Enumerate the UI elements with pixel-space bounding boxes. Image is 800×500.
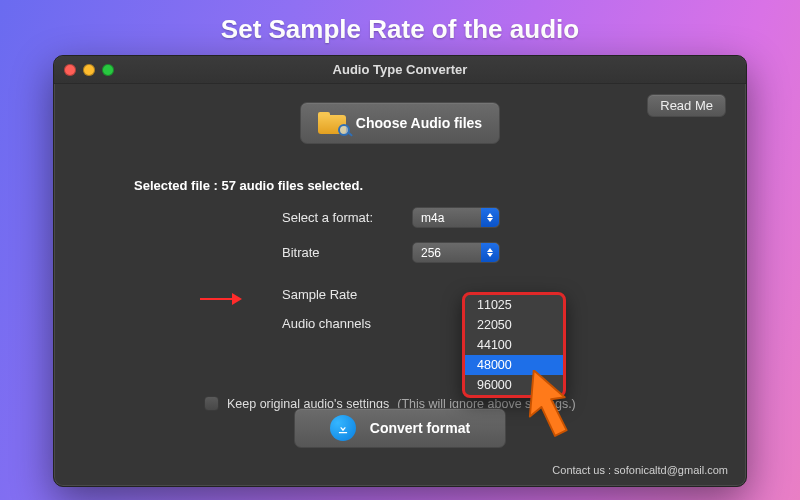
titlebar: Audio Type Converter — [54, 56, 746, 84]
chevrons-icon — [481, 208, 499, 227]
bitrate-row: Bitrate 256 — [282, 242, 716, 263]
bitrate-select[interactable]: 256 — [412, 242, 500, 263]
sample-rate-dropdown[interactable]: 11025 22050 44100 48000 96000 — [462, 292, 566, 398]
selected-status: Selected file : 57 audio files selected. — [84, 178, 716, 193]
sample-rate-option[interactable]: 44100 — [465, 335, 563, 355]
format-label: Select a format: — [282, 210, 394, 225]
window-title: Audio Type Converter — [54, 62, 746, 77]
page-tagline: Set Sample Rate of the audio — [221, 14, 579, 45]
download-icon — [330, 415, 356, 441]
window-body: Read Me Choose Audio files Selected file… — [54, 84, 746, 486]
chevrons-icon — [481, 243, 499, 262]
app-window: Audio Type Converter Read Me Choose Audi… — [53, 55, 747, 487]
close-icon[interactable] — [64, 64, 76, 76]
folder-search-icon — [318, 112, 346, 134]
window-controls — [54, 64, 114, 76]
sample-rate-option[interactable]: 11025 — [465, 295, 563, 315]
sample-rate-option[interactable]: 96000 — [465, 375, 563, 395]
sample-rate-option-selected[interactable]: 48000 — [465, 355, 563, 375]
choose-files-label: Choose Audio files — [356, 115, 482, 131]
readme-button[interactable]: Read Me — [647, 94, 726, 117]
convert-button[interactable]: Convert format — [294, 408, 506, 448]
format-value: m4a — [421, 211, 444, 225]
sample-rate-label: Sample Rate — [282, 287, 394, 302]
convert-label: Convert format — [370, 420, 470, 436]
minimize-icon[interactable] — [83, 64, 95, 76]
channels-label: Audio channels — [282, 316, 394, 331]
choose-files-button[interactable]: Choose Audio files — [300, 102, 500, 144]
zoom-icon[interactable] — [102, 64, 114, 76]
keep-original-checkbox[interactable] — [204, 396, 219, 411]
bitrate-label: Bitrate — [282, 245, 394, 260]
bitrate-value: 256 — [421, 246, 441, 260]
callout-arrow-icon — [200, 298, 240, 300]
sample-rate-option[interactable]: 22050 — [465, 315, 563, 335]
format-select[interactable]: m4a — [412, 207, 500, 228]
contact-text: Contact us : sofonicaltd@gmail.com — [552, 464, 728, 476]
format-row: Select a format: m4a — [282, 207, 716, 228]
